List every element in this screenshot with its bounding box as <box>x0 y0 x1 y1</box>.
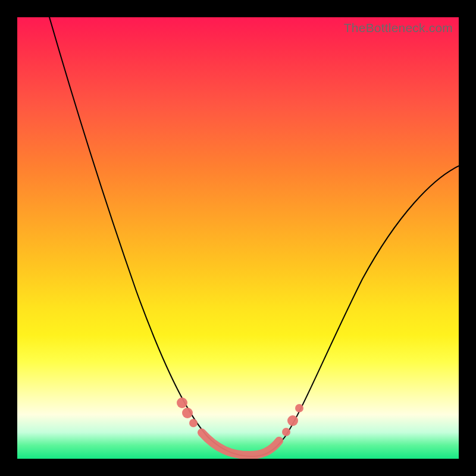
bottleneck-curve <box>49 17 459 456</box>
highlight-dot <box>189 419 198 427</box>
highlight-dot <box>282 428 290 436</box>
chart-plot-area: TheBottleneck.com <box>17 17 459 459</box>
highlight-dot <box>287 415 298 426</box>
highlight-dot <box>295 404 303 412</box>
chart-frame: TheBottleneck.com <box>0 0 476 476</box>
highlight-dot <box>182 408 193 418</box>
chart-overlay <box>17 17 459 459</box>
highlight-trough <box>202 433 279 455</box>
highlight-dot <box>177 397 187 408</box>
